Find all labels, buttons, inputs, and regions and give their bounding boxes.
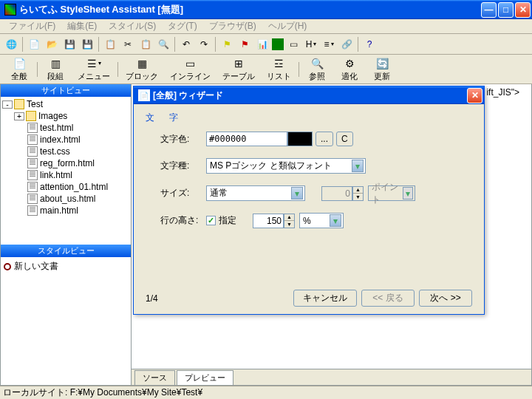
size-select-value: 通常 <box>210 187 228 200</box>
file-tree[interactable]: -Test +Images test.html index.html test.… <box>1 97 131 245</box>
tree-file[interactable]: test.html <box>2 122 129 134</box>
cat-update[interactable]: 🔄更新 <box>366 55 398 83</box>
wizard-dialog: 📄 [全般] ウィザード ✕ 文 字 文字色: ... C 文字種: MS Pゴ… <box>133 86 485 315</box>
cat-block[interactable]: ▦ブロック <box>120 55 164 83</box>
tree-file[interactable]: index.html <box>2 134 129 146</box>
copy-icon[interactable]: 📋 <box>102 36 118 52</box>
wizard-titlebar: 📄 [全般] ウィザード ✕ <box>134 86 484 104</box>
size-number-input[interactable] <box>321 186 352 201</box>
menu-style[interactable]: スタイル(S) <box>103 18 162 34</box>
editor-tabs: ソース プレビュー <box>132 369 531 385</box>
window-title: らいてふ StyleSheet Assistant [無題] <box>19 3 481 16</box>
wizard-close-button[interactable]: ✕ <box>467 88 482 103</box>
font-select-value: MS Pゴシック と類似フォント <box>210 160 332 172</box>
lineheight-spinner[interactable]: ▲▼ <box>253 214 295 228</box>
style-list[interactable]: 新しい文書 <box>1 257 131 385</box>
file-icon <box>27 158 38 168</box>
file-icon <box>27 146 38 157</box>
cat-table[interactable]: ⊞テーブル <box>216 55 261 83</box>
dropdown-arrow-icon: ▾ <box>403 187 413 200</box>
style-item-newdoc[interactable]: 新しい文書 <box>4 260 128 273</box>
file-icon <box>27 134 38 145</box>
file-icon <box>27 205 38 216</box>
menu-tag[interactable]: タグ(T) <box>162 18 202 34</box>
lineheight-unit-value: % <box>303 216 311 226</box>
cat-general[interactable]: 📄全般 <box>3 55 35 83</box>
minimize-button[interactable]: — <box>481 2 497 18</box>
save-icon[interactable]: 💾 <box>61 36 78 52</box>
tab-preview[interactable]: プレビュー <box>177 370 233 385</box>
color-picker-button[interactable]: ... <box>316 132 333 146</box>
new-file-icon[interactable]: 📄 <box>26 36 42 52</box>
lineheight-unit-select[interactable]: % ▾ <box>299 213 344 228</box>
tree-file[interactable]: reg_form.html <box>2 157 129 169</box>
cut-icon[interactable]: ✂ <box>120 36 136 52</box>
app-icon <box>4 4 16 16</box>
next-button[interactable]: 次へ >> <box>419 290 472 307</box>
menu-help[interactable]: ヘルプ(H) <box>262 18 313 34</box>
status-text: ローカルサイト: F:¥My Documents¥My Site¥Test¥ <box>3 386 202 399</box>
label-color: 文字色: <box>160 133 206 146</box>
back-button: << 戻る <box>361 290 415 307</box>
color-clear-button[interactable]: C <box>336 132 353 146</box>
maximize-button[interactable]: □ <box>498 2 514 18</box>
size-number-spinner[interactable]: ▲▼ <box>321 186 364 201</box>
tab-source[interactable]: ソース <box>134 370 175 385</box>
color-input[interactable] <box>206 132 287 146</box>
cat-list[interactable]: ☲リスト <box>261 55 297 83</box>
help-icon[interactable]: ? <box>361 36 378 52</box>
wizard-section-label: 文 字 <box>146 112 472 124</box>
menu-browser[interactable]: ブラウザ(B) <box>203 18 262 34</box>
size-select[interactable]: 通常 ▾ <box>206 185 305 201</box>
color-swatch-icon[interactable] <box>272 38 284 50</box>
red-flag-icon[interactable]: ⚑ <box>236 36 253 52</box>
file-icon <box>27 123 38 133</box>
statusbar: ローカルサイト: F:¥My Documents¥My Site¥Test¥ <box>0 386 532 399</box>
styleview-header: スタイルビュー <box>1 245 131 257</box>
open-folder-icon[interactable]: 📂 <box>44 36 60 52</box>
window-titlebar: らいてふ StyleSheet Assistant [無題] — □ ✕ <box>0 0 532 19</box>
heading-icon[interactable]: H▾ <box>303 36 319 52</box>
lineheight-input[interactable] <box>253 214 284 228</box>
box-icon[interactable]: ▭ <box>285 36 301 52</box>
cat-ref[interactable]: 🔍参照 <box>301 55 333 83</box>
file-icon <box>27 182 38 192</box>
tree-file[interactable]: attention_01.html <box>2 181 129 193</box>
menu-edit[interactable]: 編集(E) <box>61 18 103 34</box>
internet-icon[interactable]: 🌐 <box>3 36 19 52</box>
folder-icon <box>14 99 24 109</box>
tree-folder-images[interactable]: +Images <box>2 110 129 122</box>
yellow-flag-icon[interactable]: ⚑ <box>219 36 235 52</box>
cancel-button[interactable]: キャンセル <box>293 290 357 307</box>
tree-file[interactable]: main.html <box>2 205 129 216</box>
menubar: ファイル(F) 編集(E) スタイル(S) タグ(T) ブラウザ(B) ヘルプ(… <box>0 19 532 34</box>
sidebar: サイトビュー -Test +Images test.html index.htm… <box>0 84 132 386</box>
wizard-page-indicator: 1/4 <box>146 293 158 304</box>
tree-file[interactable]: about_us.html <box>2 193 129 205</box>
tree-root[interactable]: -Test <box>2 98 129 110</box>
file-icon <box>27 194 38 204</box>
cat-columns[interactable]: ▥段組 <box>39 55 72 83</box>
undo-icon[interactable]: ↶ <box>178 36 194 52</box>
label-lineheight: 行の高さ: <box>160 214 206 227</box>
cat-optimize[interactable]: ⚙適化 <box>333 55 366 83</box>
cat-menu[interactable]: ☰▾メニュー <box>72 55 116 83</box>
font-select[interactable]: MS Pゴシック と類似フォント ▾ <box>206 158 366 174</box>
wizard-title: [全般] ウィザード <box>153 89 467 102</box>
save-all-icon[interactable]: 💾 <box>79 36 95 52</box>
specify-checkbox[interactable]: ✓ <box>206 216 216 225</box>
paste-icon[interactable]: 📋 <box>137 36 154 52</box>
menu-file[interactable]: ファイル(F) <box>3 18 61 34</box>
size-unit-select: ポイント ▾ <box>368 185 415 201</box>
link-icon[interactable]: 🔗 <box>338 36 355 52</box>
list-settings-icon[interactable]: ≡▾ <box>321 36 337 52</box>
window-close-button[interactable]: ✕ <box>515 2 531 18</box>
circle-icon <box>4 263 11 270</box>
tree-file[interactable]: link.html <box>2 169 129 181</box>
cat-inline[interactable]: ▭インライン <box>164 55 216 83</box>
chart-icon[interactable]: 📊 <box>254 36 270 52</box>
dropdown-arrow-icon: ▾ <box>330 214 341 227</box>
redo-icon[interactable]: ↷ <box>196 36 212 52</box>
find-icon[interactable]: 🔍 <box>155 36 171 52</box>
tree-file[interactable]: test.css <box>2 146 129 157</box>
